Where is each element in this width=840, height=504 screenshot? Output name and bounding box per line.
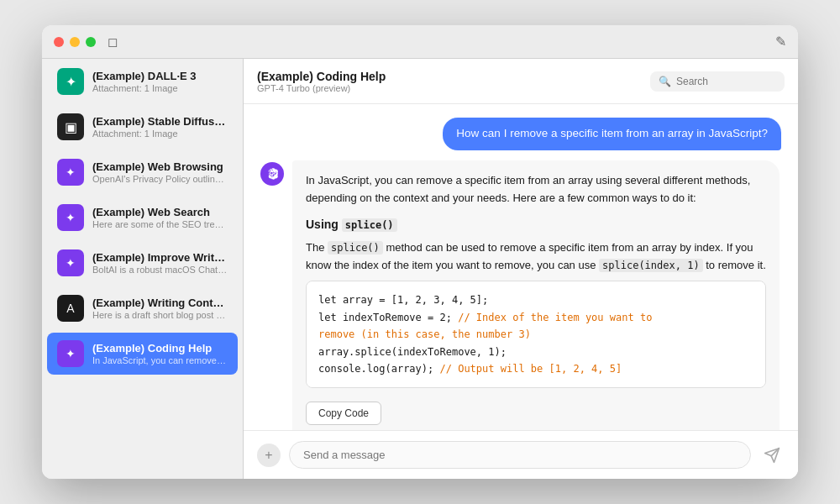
item-subtitle-dalle: Attachment: 1 Image (92, 83, 228, 93)
chat-search-box[interactable]: 🔍 (650, 71, 785, 92)
code-line-4: array.splice(indexToRemove, 1); (318, 344, 753, 360)
traffic-lights (54, 37, 96, 47)
item-subtitle-improve: BoltAI is a robust macOS ChatGPT applic.… (92, 265, 228, 275)
item-subtitle-web: OpenAI's Privacy Policy outlines the way… (92, 174, 228, 184)
item-subtitle-writing: Here is a draft short blog post on integ… (92, 310, 228, 320)
sidebar-item-dalle[interactable]: ✦ (Example) DALL·E 3 Attachment: 1 Image (47, 60, 238, 102)
code-line-1: let array = [1, 2, 3, 4, 5]; (318, 291, 753, 308)
chat-input-area: + (244, 430, 798, 479)
sidebar-item-websearch[interactable]: ✦ (Example) Web Search Here are some of … (47, 197, 238, 239)
search-input[interactable] (676, 76, 776, 87)
splice-inline-1: splice() (328, 241, 383, 255)
maximize-button[interactable] (86, 37, 96, 47)
sidebar-toggle-icon[interactable]: ◻ (108, 34, 118, 50)
item-subtitle-stable: Attachment: 1 Image (92, 129, 228, 139)
item-title-web: (Example) Web Browsing (92, 160, 228, 173)
main-layout: ✦ (Example) DALL·E 3 Attachment: 1 Image… (42, 59, 798, 479)
sidebar-item-improve[interactable]: ✦ (Example) Improve Writing BoltAI is a … (47, 242, 238, 284)
minimize-button[interactable] (70, 37, 80, 47)
assistant-intro: In JavaScript, you can remove a specific… (306, 172, 766, 207)
messages-list: How can I remove a specific item from an… (244, 104, 798, 430)
avatar-web: ✦ (57, 159, 84, 186)
send-button[interactable] (759, 443, 785, 468)
openai-icon (265, 167, 279, 181)
item-title-dalle: (Example) DALL·E 3 (92, 70, 228, 82)
item-title-coding: (Example) Coding Help (92, 342, 228, 354)
sidebar-item-web[interactable]: ✦ (Example) Web Browsing OpenAI's Privac… (47, 151, 238, 193)
item-subtitle-websearch: Here are some of the SEO trends for 202.… (92, 219, 228, 229)
title-bar-icons: ◻ (108, 34, 118, 50)
avatar-dalle: ✦ (57, 68, 84, 95)
sidebar-item-coding[interactable]: ✦ (Example) Coding Help In JavaScript, y… (47, 333, 238, 375)
item-subtitle-coding: In JavaScript, you can remove a specific… (92, 355, 228, 365)
chat-header-info: (Example) Coding Help GPT-4 Turbo (previ… (257, 70, 650, 93)
comment-3: // Output will be [1, 2, 4, 5] (440, 363, 622, 375)
splice-code-inline: splice() (342, 218, 397, 232)
chat-area: (Example) Coding Help GPT-4 Turbo (previ… (244, 59, 798, 479)
splice-inline-2: splice(index, 1) (599, 259, 703, 272)
avatar-stable: ▣ (57, 113, 84, 140)
user-bubble: How can I remove a specific item from an… (443, 118, 781, 150)
item-title-websearch: (Example) Web Search (92, 206, 228, 218)
close-button[interactable] (54, 37, 64, 47)
user-message: How can I remove a specific item from an… (260, 118, 781, 150)
section1-title: Using splice() (306, 215, 766, 234)
section1-text1: The splice() method can be used to remov… (306, 239, 766, 275)
title-bar-right: ✎ (775, 34, 786, 50)
search-icon: 🔍 (659, 76, 671, 87)
avatar-websearch: ✦ (57, 204, 84, 231)
sidebar-item-stable[interactable]: ▣ (Example) Stable Diffusion Attachment:… (47, 106, 238, 148)
avatar-writing: A (57, 295, 84, 322)
send-icon (764, 447, 780, 464)
assistant-avatar (260, 162, 284, 186)
comment-1: // Index of the item you want to (458, 312, 652, 323)
assistant-message: In JavaScript, you can remove a specific… (260, 160, 781, 430)
chat-header: (Example) Coding Help GPT-4 Turbo (previ… (244, 59, 798, 104)
app-window: ◻ ✎ ✦ (Example) DALL·E 3 Attachment: 1 I… (42, 25, 798, 479)
new-chat-icon[interactable]: ✎ (775, 34, 786, 50)
title-bar: ◻ ✎ (42, 25, 798, 59)
code-block: let array = [1, 2, 3, 4, 5]; let indexTo… (307, 281, 765, 387)
sidebar-item-writing[interactable]: A (Example) Writing Content Here is a dr… (47, 287, 238, 329)
comment-2: remove (in this case, the number 3) (318, 328, 531, 340)
assistant-bubble: In JavaScript, you can remove a specific… (292, 160, 780, 430)
avatar-improve: ✦ (57, 249, 84, 276)
code-line-2: let indexToRemove = 2; // Index of the i… (318, 309, 753, 326)
avatar-coding: ✦ (57, 340, 84, 367)
chat-subtitle: GPT-4 Turbo (preview) (257, 83, 650, 93)
code-block-wrapper: let array = [1, 2, 3, 4, 5]; let indexTo… (306, 281, 766, 388)
item-title-stable: (Example) Stable Diffusion (92, 115, 228, 128)
copy-code-button[interactable]: Copy Code (306, 402, 381, 425)
code-line-5: console.log(array); // Output will be [1… (318, 360, 753, 377)
sidebar: ✦ (Example) DALL·E 3 Attachment: 1 Image… (42, 59, 244, 479)
message-input[interactable] (289, 441, 751, 469)
item-title-improve: (Example) Improve Writing (92, 251, 228, 264)
item-title-writing: (Example) Writing Content (92, 297, 228, 309)
chat-title: (Example) Coding Help (257, 70, 650, 83)
code-line-3: remove (in this case, the number 3) (318, 326, 753, 343)
attachment-button[interactable]: + (257, 444, 281, 467)
